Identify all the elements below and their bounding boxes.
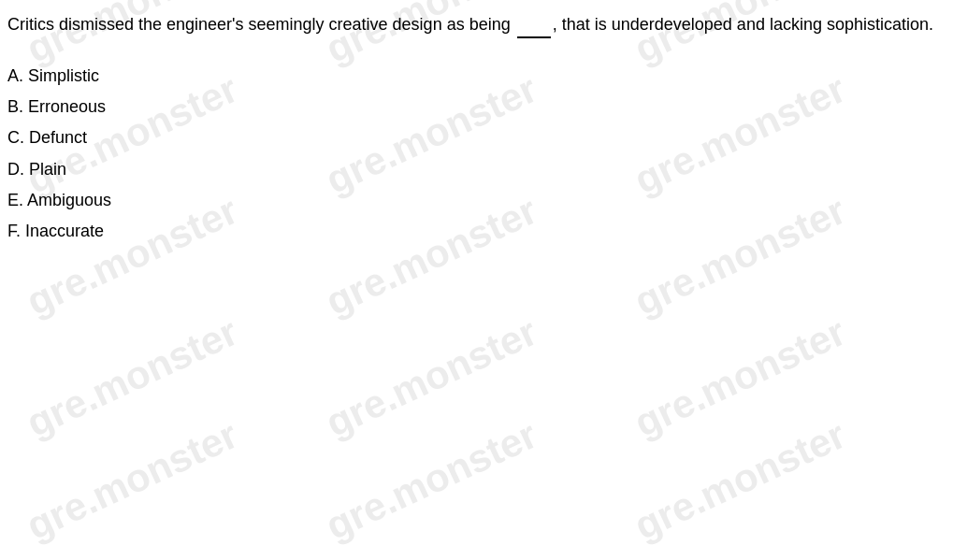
watermark: gre.monster: [628, 412, 852, 549]
watermark: gre.monster: [20, 309, 244, 446]
question-text: Critics dismissed the engineer's seeming…: [7, 9, 946, 38]
option-b[interactable]: B. Erroneous: [7, 92, 946, 122]
option-a[interactable]: A. Simplistic: [7, 61, 946, 92]
question-text-after-blank: that is underdeveloped and lacking sophi…: [562, 15, 933, 34]
watermark: gre.monster: [628, 309, 852, 446]
watermark: gre.monster: [319, 309, 543, 446]
option-e[interactable]: E. Ambiguous: [7, 185, 946, 216]
option-f[interactable]: F. Inaccurate: [7, 216, 946, 247]
main-content: Critics dismissed the engineer's seeming…: [0, 0, 953, 257]
option-c[interactable]: C. Defunct: [7, 122, 946, 153]
watermark: gre.monster: [319, 412, 543, 549]
blank-space: [517, 9, 551, 38]
watermark: gre.monster: [20, 412, 244, 549]
question-text-before-blank: Critics dismissed the engineer's seeming…: [7, 15, 511, 34]
option-d[interactable]: D. Plain: [7, 154, 946, 185]
options-list: A. Simplistic B. Erroneous C. Defunct D.…: [7, 61, 946, 248]
